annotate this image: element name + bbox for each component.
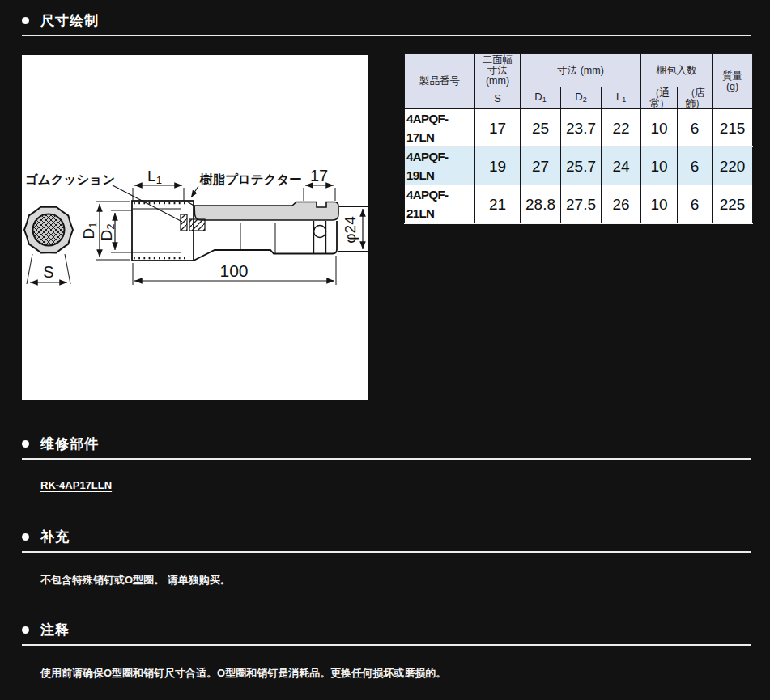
bullet-icon bbox=[22, 533, 29, 541]
dimension-drawing-panel: S bbox=[22, 55, 368, 400]
section-header-supplement: 补充 bbox=[22, 528, 70, 546]
side-view bbox=[132, 201, 338, 261]
supplement-text: 不包含特殊销钉或O型圈。 请单独购买。 bbox=[40, 573, 231, 588]
table-row: 4APQF-21LN 21 28.8 27.5 26 10 6 225 bbox=[405, 185, 753, 224]
col-width-across-flats-header: 二面幅 寸法 (mm) bbox=[475, 54, 521, 87]
cell-pack-shop: 6 bbox=[678, 147, 713, 185]
cell-model: 4APQF-17LN bbox=[405, 109, 475, 147]
cell-pack-normal: 10 bbox=[641, 109, 678, 147]
product-spec-page: 尺寸绘制 bbox=[0, 0, 770, 700]
cell-d1: 28.8 bbox=[521, 185, 561, 224]
cell-pack-shop: 6 bbox=[678, 185, 713, 224]
cell-pack-normal: 10 bbox=[641, 185, 678, 224]
section-divider bbox=[22, 458, 751, 460]
cell-mass: 225 bbox=[713, 185, 753, 224]
cell-d2: 27.5 bbox=[561, 185, 602, 224]
socket-face-hatch bbox=[33, 214, 65, 246]
subcol-d1-header: D1 bbox=[521, 87, 561, 109]
cell-pack-shop: 6 bbox=[678, 109, 713, 147]
dim-phi24-label: φ24 bbox=[342, 216, 359, 244]
cell-s: 21 bbox=[475, 185, 521, 224]
section-header-dimensions: 尺寸绘制 bbox=[22, 11, 99, 30]
cell-s: 19 bbox=[475, 147, 521, 185]
front-view: S bbox=[24, 207, 73, 285]
section-divider bbox=[22, 551, 751, 553]
section-header-notes: 注释 bbox=[22, 621, 70, 639]
notes-text: 使用前请确保O型圈和销钉尺寸合适。O型圈和销钉是消耗品。更换任何损坏或磨损的。 bbox=[40, 666, 446, 681]
subcol-pack-normal-header: （通常） bbox=[641, 87, 678, 109]
col-product-header: 製品番号 bbox=[405, 54, 475, 109]
cell-s: 17 bbox=[475, 109, 521, 147]
cell-d2: 23.7 bbox=[561, 109, 602, 147]
bullet-icon bbox=[22, 17, 29, 24]
cell-d2: 25.7 bbox=[561, 147, 602, 185]
section-divider bbox=[22, 35, 751, 36]
rubber-cushion bbox=[181, 214, 187, 231]
cell-model: 4APQF-21LN bbox=[405, 185, 475, 224]
subcol-s-header: S bbox=[475, 87, 521, 109]
bullet-icon bbox=[22, 626, 29, 634]
dim-d1-label: D1 bbox=[80, 223, 99, 240]
section-title: 注释 bbox=[40, 621, 70, 639]
subcol-d2-header: D2 bbox=[561, 87, 602, 109]
subcol-pack-shop-header: （店飾） bbox=[678, 87, 713, 109]
cell-model: 4APQF-19LN bbox=[405, 147, 475, 185]
section-header-repair-parts: 维修部件 bbox=[22, 435, 99, 453]
dim-100-label: 100 bbox=[219, 261, 248, 280]
cell-d1: 27 bbox=[521, 147, 561, 185]
spec-table: 製品番号 二面幅 寸法 (mm) 寸法 (mm) 梱包入数 質量 (g) S D… bbox=[404, 53, 753, 224]
section-divider bbox=[22, 644, 751, 646]
cell-l1: 26 bbox=[602, 185, 641, 224]
bullet-icon bbox=[22, 440, 29, 448]
cell-l1: 22 bbox=[602, 109, 641, 147]
table-row: 4APQF-17LN 17 25 23.7 22 10 6 215 bbox=[405, 109, 753, 147]
dim-d2-label: D2 bbox=[98, 224, 117, 241]
section-title: 尺寸绘制 bbox=[40, 11, 99, 30]
section-title: 维修部件 bbox=[40, 435, 99, 453]
repair-part-link[interactable]: RK-4AP17LLN bbox=[40, 479, 112, 491]
cell-pack-normal: 10 bbox=[641, 147, 678, 185]
pin-hole bbox=[314, 226, 326, 238]
rubber-cushion bbox=[189, 219, 205, 231]
subcol-l1-header: L1 bbox=[602, 87, 641, 109]
dimension-drawing: S bbox=[22, 55, 368, 400]
dim-s-label: S bbox=[43, 263, 53, 281]
dim-l1-label: L1 bbox=[147, 168, 162, 186]
cell-d1: 25 bbox=[521, 109, 561, 147]
col-pack-qty-header: 梱包入数 bbox=[641, 54, 713, 87]
resin-protector-label: 樹脂プロテクター bbox=[199, 172, 302, 186]
col-mass-header: 質量 (g) bbox=[713, 54, 753, 109]
table-row: 4APQF-19LN 19 27 25.7 24 10 6 220 bbox=[405, 147, 753, 185]
resin-protector bbox=[194, 202, 338, 221]
section-title: 补充 bbox=[40, 528, 70, 546]
cell-mass: 220 bbox=[713, 147, 753, 185]
dim-17-label: 17 bbox=[310, 167, 328, 185]
cell-mass: 215 bbox=[713, 109, 753, 147]
cell-l1: 24 bbox=[602, 147, 641, 185]
rubber-cushion-label: ゴムクッション bbox=[25, 172, 115, 186]
col-dimensions-header: 寸法 (mm) bbox=[521, 54, 641, 87]
